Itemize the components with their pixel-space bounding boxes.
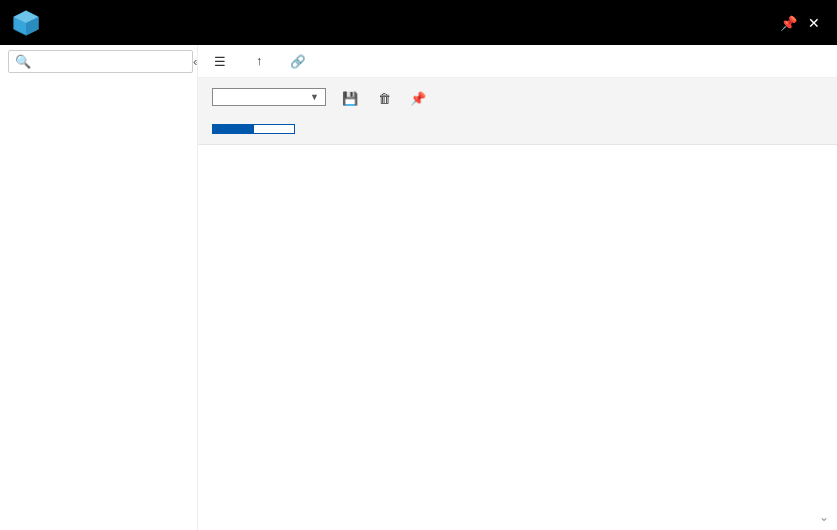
export-icon: ↑ bbox=[251, 53, 267, 69]
filters-panel: ▼ 💾 🗑 📌 bbox=[198, 78, 837, 145]
export-button[interactable]: ↑ bbox=[251, 53, 272, 69]
close-button[interactable]: ✕ bbox=[801, 15, 827, 31]
toolbar: ☰ ↑ 🔗 bbox=[198, 45, 837, 78]
pin-button[interactable]: 📌 bbox=[775, 15, 801, 31]
sidebar-search-input[interactable] bbox=[35, 55, 186, 69]
columns-icon: ☰ bbox=[212, 53, 228, 69]
scroll-hint-icon: ⌄ bbox=[819, 510, 829, 524]
reset-button[interactable] bbox=[254, 124, 295, 134]
search-icon: 🔍 bbox=[15, 54, 31, 69]
resource-icon bbox=[10, 7, 42, 39]
save-icon[interactable]: 💾 bbox=[340, 88, 360, 108]
pin-query-icon[interactable]: 📌 bbox=[408, 88, 428, 108]
results-panel bbox=[198, 145, 837, 530]
select-query-dropdown[interactable]: ▼ bbox=[212, 88, 326, 106]
log-analytics-button[interactable]: 🔗 bbox=[290, 53, 311, 69]
sidebar: 🔍 « bbox=[0, 45, 198, 530]
sidebar-search[interactable]: 🔍 bbox=[8, 50, 193, 73]
main-content: ☰ ↑ 🔗 ▼ 💾 🗑 📌 bbox=[198, 45, 837, 530]
chevron-down-icon: ▼ bbox=[310, 92, 319, 102]
columns-button[interactable]: ☰ bbox=[212, 53, 233, 69]
topbar: 📌 ✕ bbox=[0, 0, 837, 45]
log-analytics-icon: 🔗 bbox=[290, 53, 306, 69]
apply-button[interactable] bbox=[212, 124, 254, 134]
delete-icon[interactable]: 🗑 bbox=[374, 88, 394, 108]
